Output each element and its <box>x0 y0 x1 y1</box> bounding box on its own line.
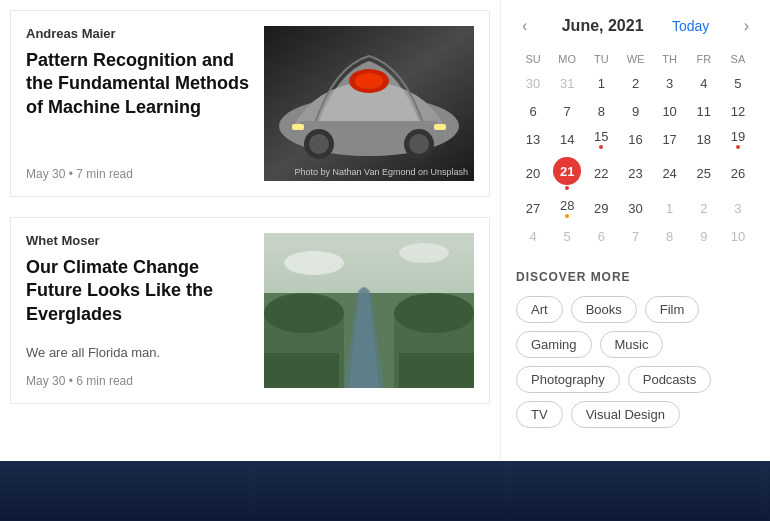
calendar-day[interactable]: 7 <box>618 222 652 250</box>
calendar-day[interactable]: 2 <box>687 194 721 222</box>
calendar-day[interactable]: 8 <box>653 222 687 250</box>
calendar-day[interactable]: 7 <box>550 97 584 125</box>
calendar-day[interactable]: 4 <box>687 69 721 97</box>
day-su: SU <box>516 49 550 69</box>
svg-rect-11 <box>292 124 304 130</box>
calendar-week-2: 13141516171819 <box>516 125 755 153</box>
article-image-1: Photo by Nathan Van Egmond on Unsplash <box>264 26 474 181</box>
day-th: TH <box>653 49 687 69</box>
tag-pill[interactable]: Art <box>516 296 563 323</box>
prev-month-button[interactable]: ‹ <box>516 15 533 37</box>
calendar-day[interactable]: 10 <box>653 97 687 125</box>
calendar-grid: SU MO TU WE TH FR SA 3031123456789101112… <box>516 49 755 250</box>
calendar-week-5: 45678910 <box>516 222 755 250</box>
calendar-day[interactable]: 14 <box>550 125 584 153</box>
right-column: ‹ June, 2021 Today › SU MO TU WE TH FR S… <box>500 0 770 461</box>
calendar-day[interactable]: 21 <box>550 153 584 194</box>
svg-rect-10 <box>434 124 446 130</box>
discover-section: DISCOVER MORE ArtBooksFilmGamingMusicPho… <box>516 270 755 428</box>
tag-pill[interactable]: Film <box>645 296 700 323</box>
tag-pill[interactable]: Visual Design <box>571 401 680 428</box>
day-sa: SA <box>721 49 755 69</box>
calendar-days-header: SU MO TU WE TH FR SA <box>516 49 755 69</box>
calendar-day[interactable]: 19 <box>721 125 755 153</box>
calendar-day[interactable]: 4 <box>516 222 550 250</box>
article-text-2: Whet Moser Our Climate Change Future Loo… <box>26 233 252 388</box>
article-image-2 <box>264 233 474 388</box>
article-card-2[interactable]: Whet Moser Our Climate Change Future Loo… <box>10 217 490 404</box>
calendar-day[interactable]: 9 <box>618 97 652 125</box>
tags-container: ArtBooksFilmGamingMusicPhotographyPodcas… <box>516 296 755 428</box>
calendar-day[interactable]: 10 <box>721 222 755 250</box>
meta-1: May 30 • 7 min read <box>26 167 252 181</box>
article-text-1: Andreas Maier Pattern Recognition and th… <box>26 26 252 181</box>
day-fr: FR <box>687 49 721 69</box>
discover-title: DISCOVER MORE <box>516 270 755 284</box>
calendar-day[interactable]: 5 <box>550 222 584 250</box>
meta-2: May 30 • 6 min read <box>26 374 252 388</box>
calendar-day[interactable]: 20 <box>516 153 550 194</box>
calendar-day[interactable]: 23 <box>618 153 652 194</box>
calendar-day[interactable]: 3 <box>721 194 755 222</box>
calendar-day[interactable]: 28 <box>550 194 584 222</box>
excerpt-2: We are all Florida man. <box>26 345 252 360</box>
calendar-day[interactable]: 17 <box>653 125 687 153</box>
author-2: Whet Moser <box>26 233 252 248</box>
next-month-button[interactable]: › <box>738 15 755 37</box>
calendar-day[interactable]: 6 <box>516 97 550 125</box>
svg-point-20 <box>284 251 344 275</box>
calendar-day[interactable]: 30 <box>516 69 550 97</box>
calendar-month-label: June, 2021 <box>562 17 644 35</box>
read-time-1: 7 min read <box>76 167 133 181</box>
car-svg <box>264 26 474 181</box>
day-we: WE <box>618 49 652 69</box>
calendar-day[interactable]: 30 <box>618 194 652 222</box>
calendar-week-1: 6789101112 <box>516 97 755 125</box>
calendar-day[interactable]: 31 <box>550 69 584 97</box>
calendar-day[interactable]: 18 <box>687 125 721 153</box>
calendar: ‹ June, 2021 Today › SU MO TU WE TH FR S… <box>516 15 755 250</box>
calendar-day[interactable]: 27 <box>516 194 550 222</box>
tag-pill[interactable]: Gaming <box>516 331 592 358</box>
calendar-day[interactable]: 6 <box>584 222 618 250</box>
calendar-day[interactable]: 1 <box>653 194 687 222</box>
articles-column: Andreas Maier Pattern Recognition and th… <box>0 0 500 461</box>
photo-credit-1: Photo by Nathan Van Egmond on Unsplash <box>295 167 468 177</box>
calendar-day[interactable]: 2 <box>618 69 652 97</box>
calendar-day[interactable]: 11 <box>687 97 721 125</box>
calendar-day[interactable]: 24 <box>653 153 687 194</box>
tag-pill[interactable]: Books <box>571 296 637 323</box>
calendar-week-0: 303112345 <box>516 69 755 97</box>
calendar-week-3: 20212223242526 <box>516 153 755 194</box>
calendar-day[interactable]: 5 <box>721 69 755 97</box>
svg-point-21 <box>399 243 449 263</box>
calendar-day[interactable]: 12 <box>721 97 755 125</box>
svg-rect-18 <box>264 353 339 388</box>
calendar-day[interactable]: 29 <box>584 194 618 222</box>
svg-point-17 <box>394 293 474 333</box>
calendar-day[interactable]: 15 <box>584 125 618 153</box>
date-1: May 30 <box>26 167 65 181</box>
calendar-day[interactable]: 16 <box>618 125 652 153</box>
calendar-day[interactable]: 8 <box>584 97 618 125</box>
calendar-week-4: 27282930123 <box>516 194 755 222</box>
article-card-1[interactable]: Andreas Maier Pattern Recognition and th… <box>10 10 490 197</box>
calendar-day[interactable]: 25 <box>687 153 721 194</box>
tag-pill[interactable]: Music <box>600 331 664 358</box>
svg-point-16 <box>264 293 344 333</box>
everglades-svg <box>264 233 474 388</box>
day-tu: TU <box>584 49 618 69</box>
calendar-day[interactable]: 22 <box>584 153 618 194</box>
calendar-day[interactable]: 13 <box>516 125 550 153</box>
tag-pill[interactable]: Podcasts <box>628 366 711 393</box>
calendar-day[interactable]: 1 <box>584 69 618 97</box>
calendar-day[interactable]: 9 <box>687 222 721 250</box>
calendar-header: ‹ June, 2021 Today › <box>516 15 755 37</box>
tag-pill[interactable]: Photography <box>516 366 620 393</box>
today-button[interactable]: Today <box>672 18 709 34</box>
calendar-day[interactable]: 26 <box>721 153 755 194</box>
author-1: Andreas Maier <box>26 26 252 41</box>
svg-point-9 <box>409 134 429 154</box>
tag-pill[interactable]: TV <box>516 401 563 428</box>
calendar-day[interactable]: 3 <box>653 69 687 97</box>
